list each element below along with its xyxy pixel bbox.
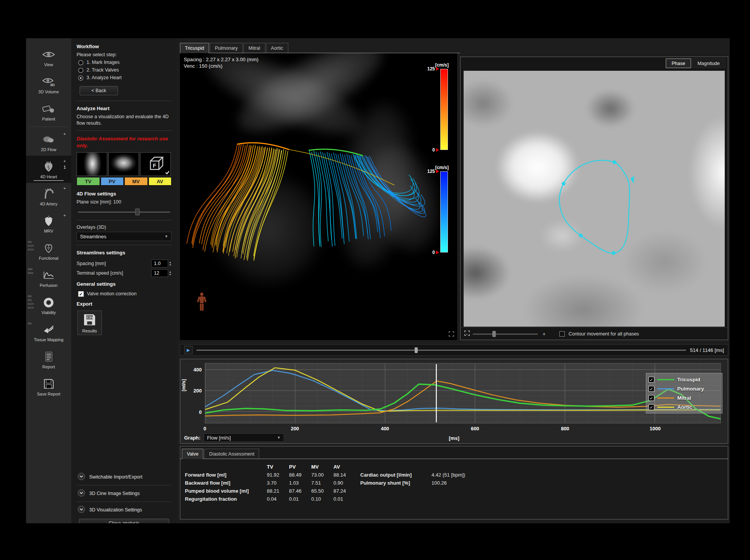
slider-thumb[interactable] — [135, 208, 140, 215]
overlays-dropdown[interactable]: Streamlines ▼ — [77, 232, 172, 241]
sidebar-item-label: Save Report — [37, 392, 60, 396]
tab-phase[interactable]: Phase — [666, 59, 691, 68]
graph-value: Flow [ml/s] — [207, 435, 231, 441]
results-tabs: ValveDiastolic Assessment — [180, 449, 728, 459]
valve-button-av[interactable]: AV — [149, 177, 172, 186]
table-cell: 1.03 — [289, 480, 310, 488]
collapsible-1[interactable]: Switchable Import/Export — [77, 469, 172, 485]
3d-flow-viewport[interactable]: Spacing : 2.27 x 2.27 x 3.00 (mm) Venc :… — [180, 53, 457, 340]
valve-button-pv[interactable]: PV — [101, 177, 124, 186]
sidebar-item-viability[interactable]: DEED2CH4CHViability — [26, 291, 71, 319]
sidebar-item-report[interactable]: Report — [26, 346, 71, 373]
divider — [77, 245, 172, 245]
collapsible-2[interactable]: 3D Cine Image Settings — [77, 485, 172, 501]
export-results-button[interactable]: CSV Results — [77, 311, 102, 335]
flow-cube-checkbox[interactable] — [164, 169, 170, 175]
close-analysis-button[interactable]: Close analysis — [79, 519, 169, 523]
velocity-colorbar-warm[interactable]: [cm/s]1250 — [421, 62, 452, 150]
streamlines-settings-rows: Spacing [mm]1.0▲▼Terminal speed [cm/s]12… — [77, 258, 172, 279]
phase-magnitude-tabs: PhaseMagnitude — [666, 59, 725, 68]
legend-checkbox[interactable]: ✓ — [649, 386, 654, 392]
sidebar-item-perfusion[interactable]: SArSAsPerfusion — [26, 264, 71, 291]
thumbnail-short-axis[interactable] — [108, 152, 139, 176]
timeline-track[interactable] — [196, 346, 686, 354]
zoom-slider[interactable] — [473, 330, 538, 337]
colorbar-gradient[interactable] — [440, 69, 448, 150]
valve-contour[interactable] — [464, 71, 725, 327]
thumbnail-long-axis[interactable] — [77, 152, 107, 176]
collapsible-3[interactable]: 3D Visualization Settings — [77, 501, 172, 518]
plane-size-slider[interactable] — [78, 208, 170, 215]
tab-pulmonary[interactable]: Pulmonary — [210, 43, 243, 53]
sidebar-item-4d-artery[interactable]: +4D Artery — [26, 183, 71, 210]
column-header-av: AV — [333, 464, 355, 472]
value-spinner[interactable]: 1.0▲▼ — [151, 260, 172, 267]
colorbar-min-marker[interactable] — [436, 251, 439, 254]
legend-checkbox[interactable]: ✓ — [649, 377, 654, 383]
timeline-rail — [196, 350, 686, 351]
spinner-down-icon[interactable]: ▼ — [169, 264, 172, 266]
spinner-down-icon[interactable]: ▼ — [169, 273, 172, 276]
modality-labels: SA2CH4CH — [28, 240, 34, 251]
sidebar-item-2d-flow[interactable]: +2D Flow — [26, 129, 71, 156]
colorbar-max-marker[interactable] — [436, 67, 439, 71]
radio-button[interactable] — [78, 68, 83, 73]
valve-button-tv[interactable]: TV — [77, 177, 100, 186]
thumbnail-flow-cube[interactable]: F — [140, 152, 171, 176]
sidebar-item-4d-heart[interactable]: +14D Heart — [26, 156, 71, 183]
colorbar-max-label: 125 — [426, 169, 435, 174]
tab-valve[interactable]: Valve — [182, 449, 203, 459]
phase-image[interactable] — [464, 71, 725, 327]
colorbar-max-marker[interactable] — [436, 169, 439, 173]
valve-motion-correction-row[interactable]: ✓ Valve motion correction — [78, 291, 172, 297]
zoom-in-button[interactable]: + — [542, 331, 546, 337]
viability-icon — [43, 296, 54, 309]
sidebar-item-tissue-mapping[interactable]: SATissue Mapping — [26, 319, 71, 346]
graph-label: Graph: — [184, 435, 201, 441]
value-spinner[interactable]: 12▲▼ — [151, 269, 172, 277]
sidebar-item-functional[interactable]: SA2CH4CHFunctional — [26, 237, 71, 264]
modality-label: SAs — [28, 271, 33, 275]
legend-checkbox[interactable]: ✓ — [649, 395, 654, 401]
tab-aortic[interactable]: Aortic — [266, 43, 288, 53]
chevron-down-icon — [77, 489, 85, 498]
sidebar-item-3d-volume[interactable]: 3D3D Volume — [26, 71, 71, 98]
timeline-position: 514 / 1146 [ms] — [690, 347, 724, 353]
colorbar-min-marker[interactable] — [436, 148, 439, 152]
valve-button-mv[interactable]: MV — [124, 177, 148, 186]
tab-magnitude[interactable]: Magnitude — [692, 59, 725, 68]
spinner-up-icon[interactable]: ▲ — [169, 270, 172, 273]
radio-button[interactable] — [78, 60, 83, 65]
workflow-step-1[interactable]: 1. Mark Images — [78, 59, 172, 66]
valve-motion-correction-checkbox[interactable]: ✓ — [78, 291, 84, 297]
radio-button[interactable] — [78, 75, 83, 81]
workflow-step-2[interactable]: 2. Track Valves — [78, 67, 172, 73]
legend-label: Mitral — [677, 395, 691, 401]
slider-thumb[interactable] — [492, 331, 496, 337]
colorbar-gradient[interactable] — [440, 171, 448, 252]
sidebar-item-mrv[interactable]: +MRV — [26, 210, 71, 237]
colorbar-body: 1250 — [440, 171, 452, 252]
svg-text:3D: 3D — [50, 83, 55, 87]
timeline-thumb[interactable] — [415, 347, 418, 353]
flow-chart-plot[interactable] — [205, 363, 721, 423]
expand-corner-icon[interactable] — [464, 330, 470, 337]
tab-mitral[interactable]: Mitral — [243, 43, 265, 53]
tab-diastolic-assessment[interactable]: Diastolic Assessment — [204, 449, 259, 459]
plus-badge: + — [64, 132, 66, 136]
legend-checkbox[interactable]: ✓ — [649, 404, 654, 410]
sidebar-item-patient[interactable]: Patient — [26, 98, 71, 125]
tab-tricuspid[interactable]: Tricuspid — [180, 43, 209, 53]
workflow-step-3[interactable]: 3. Analyze Heart — [78, 75, 172, 81]
legend-line-swatch — [657, 407, 674, 408]
graph-dropdown[interactable]: Flow [ml/s] ▼ — [204, 433, 284, 442]
sidebar-item-save-report[interactable]: Save Report — [26, 373, 71, 400]
contour-movement-checkbox[interactable] — [559, 331, 565, 337]
velocity-colorbar-cool[interactable]: [cm/s]1250 — [421, 165, 452, 252]
back-button[interactable]: < Back — [80, 86, 118, 95]
play-button[interactable]: ▶ — [184, 346, 193, 354]
table-cell: 87.46 — [289, 488, 310, 496]
legend-label: Pulmonary — [677, 386, 704, 392]
sidebar-item-view[interactable]: View — [26, 44, 71, 71]
spinner-up-icon[interactable]: ▲ — [169, 261, 172, 264]
